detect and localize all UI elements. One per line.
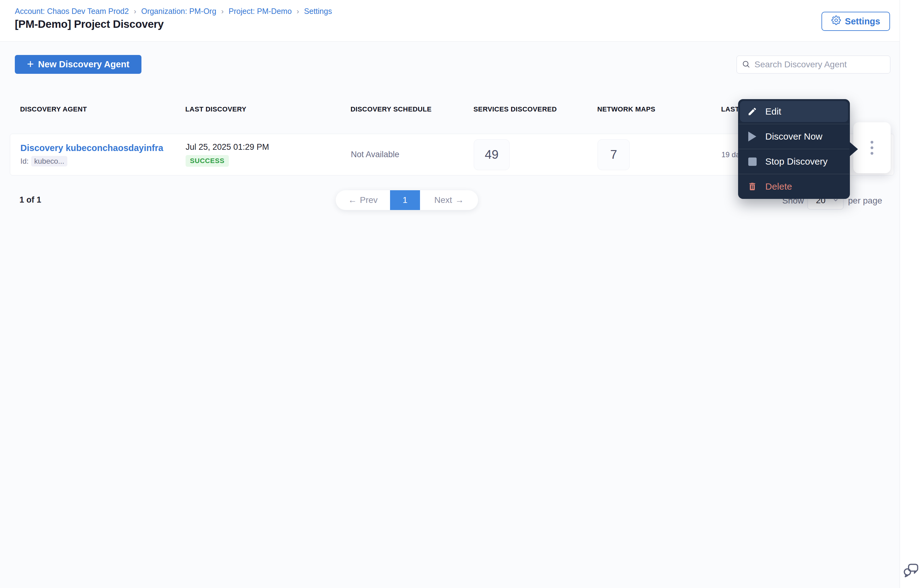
top-bar: Account: Chaos Dev Team Prod2 › Organiza…: [0, 0, 924, 41]
next-arrow-icon: →: [455, 195, 464, 205]
menu-item-edit[interactable]: Edit: [740, 101, 848, 122]
search-icon: [742, 60, 750, 69]
prev-arrow-icon: ←: [348, 195, 357, 205]
context-menu-caret: [849, 141, 858, 157]
menu-item-stop-discovery-label: Stop Discovery: [765, 156, 828, 167]
services-discovered-count: 49: [474, 139, 510, 170]
prev-page-button[interactable]: ← Prev: [336, 190, 390, 210]
status-badge: SUCCESS: [186, 155, 229, 167]
search-box: [736, 56, 890, 74]
breadcrumb-project-link[interactable]: Project: PM-Demo: [229, 7, 292, 16]
menu-item-delete[interactable]: Delete: [738, 174, 850, 199]
menu-item-delete-label: Delete: [765, 181, 792, 192]
menu-item-stop-discovery[interactable]: Stop Discovery: [738, 149, 850, 174]
gear-icon: [832, 15, 841, 27]
breadcrumb-settings-link[interactable]: Settings: [304, 7, 332, 16]
trash-icon: [747, 182, 757, 192]
row-context-menu: Edit Discover Now Stop Discovery Delete: [738, 99, 850, 199]
page-title: [PM-Demo] Project Discovery: [15, 18, 164, 30]
chat-widget-button[interactable]: [902, 562, 920, 580]
pencil-icon: [747, 107, 757, 116]
agent-id-label: Id:: [20, 157, 29, 165]
chat-icon: [903, 562, 920, 580]
play-icon: [747, 132, 757, 142]
next-label: Next: [434, 195, 452, 205]
breadcrumb-separator: ›: [297, 7, 299, 16]
cell-discovery-agent: Discovery kubeconchaosdayinfra Id: kubec…: [20, 143, 186, 167]
last-discovery-time: Jul 25, 2025 01:29 PM: [186, 142, 351, 152]
breadcrumb-organization-link[interactable]: Organization: PM-Org: [141, 7, 216, 16]
per-page-label: per page: [848, 196, 882, 206]
new-discovery-agent-button[interactable]: + New Discovery Agent: [15, 55, 142, 74]
breadcrumb: Account: Chaos Dev Team Prod2 › Organiza…: [15, 7, 332, 16]
menu-item-edit-label: Edit: [765, 106, 781, 117]
row-actions-overlay: [853, 122, 891, 173]
cell-discovery-schedule: Not Available: [351, 150, 474, 159]
agent-id: Id: kubeco...: [20, 156, 186, 167]
row-menu-button[interactable]: [868, 138, 876, 158]
cell-network-maps: 7: [597, 139, 721, 170]
page-summary: 1 of 1: [20, 195, 41, 205]
breadcrumb-account-link[interactable]: Account: Chaos Dev Team Prod2: [15, 7, 129, 16]
search-input[interactable]: [754, 59, 885, 69]
stop-icon: [747, 157, 757, 167]
column-network-maps: NETWORK MAPS: [597, 105, 721, 113]
next-page-button[interactable]: Next →: [420, 190, 478, 210]
settings-button-label: Settings: [845, 17, 880, 26]
agent-name-link[interactable]: Discovery kubeconchaosdayinfra: [20, 143, 186, 153]
column-last-discovery: LAST DISCOVERY: [185, 105, 350, 113]
project-discovery-page: Account: Chaos Dev Team Prod2 › Organiza…: [0, 0, 924, 588]
cell-last-discovery: Jul 25, 2025 01:29 PM SUCCESS: [186, 142, 351, 167]
agent-id-value: kubeco...: [31, 156, 67, 167]
pager: ← Prev 1 Next →: [336, 190, 478, 210]
column-discovery-agent: DISCOVERY AGENT: [20, 105, 185, 113]
cell-services-discovered: 49: [474, 139, 597, 170]
menu-item-discover-now[interactable]: Discover Now: [738, 124, 850, 149]
breadcrumb-separator: ›: [134, 7, 136, 16]
prev-label: Prev: [360, 195, 378, 205]
breadcrumb-separator: ›: [221, 7, 224, 16]
right-rail-divider: [899, 0, 900, 588]
settings-button[interactable]: Settings: [822, 12, 890, 31]
column-discovery-schedule: DISCOVERY SCHEDULE: [350, 105, 474, 113]
plus-icon: +: [27, 58, 34, 70]
page-1-button[interactable]: 1: [390, 190, 420, 210]
column-services-discovered: SERVICES DISCOVERED: [474, 105, 597, 113]
network-maps-count: 7: [597, 139, 630, 170]
new-discovery-agent-label: New Discovery Agent: [38, 59, 129, 69]
menu-item-discover-now-label: Discover Now: [765, 131, 822, 142]
